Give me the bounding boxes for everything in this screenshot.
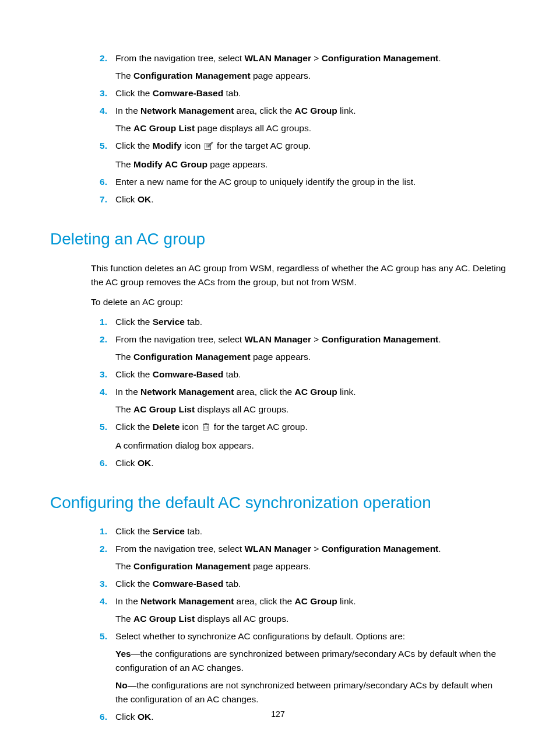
step-body: From the navigation tree, select WLAN Ma… — [115, 332, 506, 364]
step-line: Click the Modify icon for the target AC … — [115, 139, 506, 154]
step-item: 5.Select whether to synchronize AC confi… — [50, 629, 506, 706]
step-body: In the Network Management area, click th… — [115, 385, 506, 416]
step-body: From the navigation tree, select WLAN Ma… — [115, 542, 506, 573]
step-item: 4.In the Network Management area, click … — [50, 104, 506, 135]
step-number: 6. — [91, 456, 115, 470]
step-number: 4. — [91, 594, 115, 608]
step-item: 5.Click the Delete icon for the target A… — [50, 420, 506, 453]
step-line: The AC Group List displays all AC groups… — [115, 402, 506, 416]
step-body: Click OK. — [115, 456, 506, 470]
step-line: Click the Service tab. — [115, 524, 506, 538]
step-body: Enter a new name for the AC group to uni… — [115, 175, 506, 189]
step-item: 3.Click the Comware-Based tab. — [50, 368, 506, 382]
step-item: 7.Click OK. — [50, 192, 506, 206]
step-body: Click the Modify icon for the target AC … — [115, 139, 506, 172]
step-number: 6. — [91, 175, 115, 189]
step-item: 2.From the navigation tree, select WLAN … — [50, 542, 506, 573]
step-line: No—the configurations are not synchroniz… — [115, 678, 506, 706]
step-item: 1.Click the Service tab. — [50, 315, 506, 329]
step-item: 1.Click the Service tab. — [50, 524, 506, 538]
step-line: Enter a new name for the AC group to uni… — [115, 175, 506, 189]
step-number: 7. — [91, 192, 115, 206]
svg-rect-5 — [203, 424, 209, 425]
section-c-steps: 1.Click the Service tab.2.From the navig… — [50, 524, 506, 724]
step-number: 2. — [91, 332, 115, 346]
section-b-steps: 1.Click the Service tab.2.From the navig… — [50, 315, 506, 470]
step-line: From the navigation tree, select WLAN Ma… — [115, 332, 506, 346]
step-body: In the Network Management area, click th… — [115, 594, 506, 626]
step-number: 1. — [91, 524, 115, 538]
delete-icon — [202, 421, 210, 435]
step-line: From the navigation tree, select WLAN Ma… — [115, 542, 506, 556]
section-b-intro: This function deletes an AC group from W… — [91, 261, 506, 289]
step-item: 6.Enter a new name for the AC group to u… — [50, 175, 506, 189]
step-item: 4.In the Network Management area, click … — [50, 594, 506, 626]
modify-icon — [205, 140, 213, 154]
step-line: Click the Comware-Based tab. — [115, 577, 506, 591]
section-a-steps: 2.From the navigation tree, select WLAN … — [50, 51, 506, 206]
step-number: 4. — [91, 104, 115, 118]
step-item: 2.From the navigation tree, select WLAN … — [50, 332, 506, 364]
step-number: 5. — [91, 629, 115, 643]
document-page: 2.From the navigation tree, select WLAN … — [0, 0, 556, 756]
step-body: Click the Comware-Based tab. — [115, 368, 506, 382]
section-b-lead: To delete an AC group: — [91, 295, 506, 309]
step-line: The Modify AC Group page appears. — [115, 158, 506, 172]
step-line: The AC Group List displays all AC groups… — [115, 612, 506, 626]
step-body: Select whether to synchronize AC configu… — [115, 629, 506, 706]
step-line: Click the Delete icon for the target AC … — [115, 420, 506, 435]
step-number: 2. — [91, 542, 115, 556]
step-item: 2.From the navigation tree, select WLAN … — [50, 51, 506, 83]
step-line: From the navigation tree, select WLAN Ma… — [115, 51, 506, 65]
step-number: 4. — [91, 385, 115, 399]
step-item: 4.In the Network Management area, click … — [50, 385, 506, 416]
step-number: 1. — [91, 315, 115, 329]
step-body: Click OK. — [115, 192, 506, 206]
step-body: From the navigation tree, select WLAN Ma… — [115, 51, 506, 83]
step-line: The Configuration Management page appear… — [115, 559, 506, 573]
step-line: The Configuration Management page appear… — [115, 69, 506, 83]
step-line: In the Network Management area, click th… — [115, 104, 506, 118]
heading-configuring-sync: Configuring the default AC synchronizati… — [50, 490, 506, 515]
step-line: A confirmation dialog box appears. — [115, 439, 506, 453]
step-line: Click OK. — [115, 456, 506, 470]
step-line: In the Network Management area, click th… — [115, 385, 506, 399]
step-number: 3. — [91, 368, 115, 382]
page-number: 127 — [0, 708, 556, 721]
step-number: 3. — [91, 86, 115, 100]
step-number: 5. — [91, 139, 115, 153]
step-body: Click the Comware-Based tab. — [115, 86, 506, 100]
step-line: The Configuration Management page appear… — [115, 350, 506, 364]
step-body: Click the Service tab. — [115, 315, 506, 329]
step-item: 3.Click the Comware-Based tab. — [50, 577, 506, 591]
step-number: 2. — [91, 51, 115, 65]
step-body: Click the Comware-Based tab. — [115, 577, 506, 591]
step-number: 3. — [91, 577, 115, 591]
step-item: 5.Click the Modify icon for the target A… — [50, 139, 506, 172]
step-line: Select whether to synchronize AC configu… — [115, 629, 506, 643]
step-item: 6.Click OK. — [50, 456, 506, 470]
step-line: Click the Service tab. — [115, 315, 506, 329]
step-line: Click OK. — [115, 192, 506, 206]
step-item: 3.Click the Comware-Based tab. — [50, 86, 506, 100]
heading-deleting-ac-group: Deleting an AC group — [50, 226, 506, 251]
step-number: 5. — [91, 420, 115, 434]
svg-rect-6 — [205, 423, 207, 424]
step-body: In the Network Management area, click th… — [115, 104, 506, 135]
step-body: Click the Delete icon for the target AC … — [115, 420, 506, 453]
step-line: Click the Comware-Based tab. — [115, 368, 506, 382]
step-line: Yes—the configurations are synchronized … — [115, 647, 506, 675]
step-line: In the Network Management area, click th… — [115, 594, 506, 608]
step-line: Click the Comware-Based tab. — [115, 86, 506, 100]
step-line: The AC Group List page displays all AC g… — [115, 121, 506, 135]
step-body: Click the Service tab. — [115, 524, 506, 538]
